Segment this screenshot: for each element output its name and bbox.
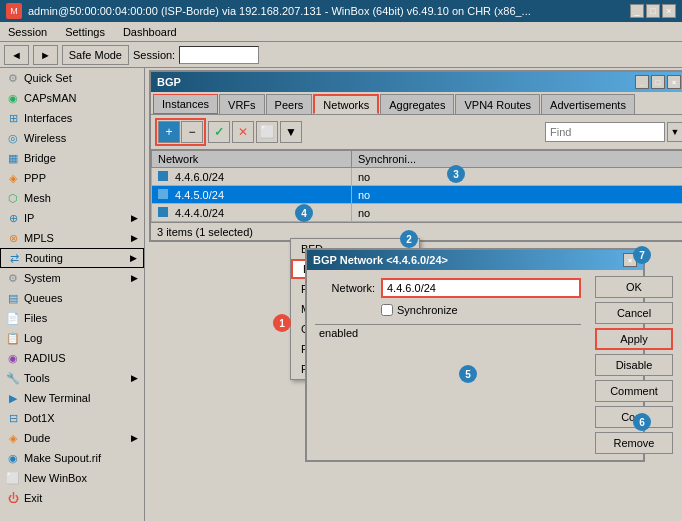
- title-bar: M admin@50:00:00:04:00:00 (ISP-Borde) vi…: [0, 0, 682, 22]
- sidebar-item-capsman[interactable]: ◉ CAPsMAN: [0, 88, 144, 108]
- dialog-buttons-panel: OK Cancel Apply Disable Comment Copy Rem…: [589, 270, 679, 460]
- annotation-1: 1: [273, 314, 291, 332]
- filter-button[interactable]: ▼: [280, 121, 302, 143]
- tab-vpn4routes[interactable]: VPN4 Routes: [455, 94, 540, 114]
- network-cell: 4.4.5.0/24: [152, 186, 352, 204]
- system-arrow-icon: ▶: [131, 273, 138, 283]
- sync-cell: no: [352, 186, 683, 204]
- apply-filter-button[interactable]: ✓: [208, 121, 230, 143]
- forward-button[interactable]: ►: [33, 45, 58, 65]
- sidebar-item-mesh[interactable]: ⬡ Mesh: [0, 188, 144, 208]
- sidebar-item-quick-set[interactable]: ⚙ Quick Set: [0, 68, 144, 88]
- menu-settings[interactable]: Settings: [61, 25, 109, 39]
- sidebar-label-queues: Queues: [24, 292, 63, 304]
- table-row[interactable]: 4.4.5.0/24 no: [152, 186, 683, 204]
- sidebar-item-dot1x[interactable]: ⊟ Dot1X: [0, 408, 144, 428]
- synchronize-label: Synchronize: [397, 304, 458, 316]
- bgp-minimize-btn[interactable]: _: [635, 75, 649, 89]
- menu-dashboard[interactable]: Dashboard: [119, 25, 181, 39]
- minimize-button[interactable]: _: [630, 4, 644, 18]
- app-icon: M: [6, 3, 22, 19]
- sidebar-item-files[interactable]: 📄 Files: [0, 308, 144, 328]
- disable-button[interactable]: Disable: [595, 354, 673, 376]
- add-network-button[interactable]: +: [158, 121, 180, 143]
- sidebar-label-system: System: [24, 272, 61, 284]
- sidebar-item-routing[interactable]: ⇄ Routing ▶: [0, 248, 144, 268]
- comment-button[interactable]: Comment: [595, 380, 673, 402]
- copy-button[interactable]: ⬜: [256, 121, 278, 143]
- tab-peers-label: Peers: [275, 99, 304, 111]
- capsman-icon: ◉: [6, 91, 20, 105]
- annotation-4: 4: [295, 204, 313, 222]
- sidebar-item-wireless[interactable]: ◎ Wireless: [0, 128, 144, 148]
- sidebar-label-new-winbox: New WinBox: [24, 472, 87, 484]
- clear-button[interactable]: ✕: [232, 121, 254, 143]
- tab-instances[interactable]: Instances: [153, 94, 218, 114]
- table-row[interactable]: 4.4.4.0/24 no: [152, 204, 683, 222]
- bgp-close-btn[interactable]: ×: [667, 75, 681, 89]
- sidebar-item-ip[interactable]: ⊕ IP ▶: [0, 208, 144, 228]
- network-cell: 4.4.4.0/24: [152, 204, 352, 222]
- sidebar-label-routing: Routing: [25, 252, 63, 264]
- sidebar-item-ppp[interactable]: ◈ PPP: [0, 168, 144, 188]
- sidebar-item-interfaces[interactable]: ⊞ Interfaces: [0, 108, 144, 128]
- bgp-network-table: Network Synchroni... 4.4.6.0/24: [151, 150, 682, 222]
- network-cell: 4.4.6.0/24: [152, 168, 352, 186]
- tab-aggregates-label: Aggregates: [389, 99, 445, 111]
- sidebar-item-queues[interactable]: ▤ Queues: [0, 288, 144, 308]
- sidebar-item-new-winbox[interactable]: ⬜ New WinBox: [0, 468, 144, 488]
- sidebar-label-ppp: PPP: [24, 172, 46, 184]
- annotation-3: 3: [447, 165, 465, 183]
- bgp-title-text: BGP: [157, 76, 181, 88]
- col-synchronize: Synchroni...: [352, 151, 683, 168]
- find-dropdown[interactable]: ▼: [667, 122, 682, 142]
- find-input[interactable]: [545, 122, 665, 142]
- sidebar-label-make-supout: Make Supout.rif: [24, 452, 101, 464]
- bgp-dialog-title: BGP Network <4.4.6.0/24> ×: [307, 250, 643, 270]
- network-input[interactable]: [381, 278, 581, 298]
- table-row[interactable]: 4.4.6.0/24 no: [152, 168, 683, 186]
- safemode-button[interactable]: Safe Mode: [62, 45, 129, 65]
- sidebar-item-mpls[interactable]: ⊗ MPLS ▶: [0, 228, 144, 248]
- menu-session[interactable]: Session: [4, 25, 51, 39]
- remove-button[interactable]: Remove: [595, 432, 673, 454]
- files-icon: 📄: [6, 311, 20, 325]
- quick-set-icon: ⚙: [6, 71, 20, 85]
- col-network: Network: [152, 151, 352, 168]
- synchronize-checkbox[interactable]: [381, 304, 393, 316]
- bgp-maximize-btn[interactable]: □: [651, 75, 665, 89]
- sidebar-item-exit[interactable]: ⏻ Exit: [0, 488, 144, 508]
- tab-aggregates[interactable]: Aggregates: [380, 94, 454, 114]
- tab-advertisements[interactable]: Advertisements: [541, 94, 635, 114]
- close-button[interactable]: ×: [662, 4, 676, 18]
- maximize-button[interactable]: □: [646, 4, 660, 18]
- tab-peers[interactable]: Peers: [266, 94, 313, 114]
- sidebar-item-system[interactable]: ⚙ System ▶: [0, 268, 144, 288]
- supout-icon: ◉: [6, 451, 20, 465]
- tab-networks[interactable]: Networks: [313, 94, 379, 114]
- sidebar-item-dude[interactable]: ◈ Dude ▶: [0, 428, 144, 448]
- sidebar-item-tools[interactable]: 🔧 Tools ▶: [0, 368, 144, 388]
- bgp-dialog-title-text: BGP Network <4.4.6.0/24>: [313, 254, 448, 266]
- sidebar-label-ip: IP: [24, 212, 34, 224]
- sidebar-item-make-supout[interactable]: ◉ Make Supout.rif: [0, 448, 144, 468]
- routing-icon: ⇄: [7, 251, 21, 265]
- apply-button[interactable]: Apply: [595, 328, 673, 350]
- remove-network-button[interactable]: −: [181, 121, 203, 143]
- bgp-window-title: BGP _ □ ×: [151, 72, 682, 92]
- annotation-7: 7: [633, 246, 651, 264]
- tools-icon: 🔧: [6, 371, 20, 385]
- tab-networks-label: Networks: [323, 99, 369, 111]
- ok-button[interactable]: OK: [595, 276, 673, 298]
- sidebar-item-bridge[interactable]: ▦ Bridge: [0, 148, 144, 168]
- bgp-status-text: 3 items (1 selected): [157, 226, 253, 238]
- sidebar-item-log[interactable]: 📋 Log: [0, 328, 144, 348]
- routing-arrow-icon: ▶: [130, 253, 137, 263]
- cancel-button[interactable]: Cancel: [595, 302, 673, 324]
- sidebar-item-radius[interactable]: ◉ RADIUS: [0, 348, 144, 368]
- network-field: Network:: [315, 278, 581, 298]
- back-button[interactable]: ◄: [4, 45, 29, 65]
- session-input[interactable]: [179, 46, 259, 64]
- tab-vrfs[interactable]: VRFs: [219, 94, 265, 114]
- sidebar-item-new-terminal[interactable]: ▶ New Terminal: [0, 388, 144, 408]
